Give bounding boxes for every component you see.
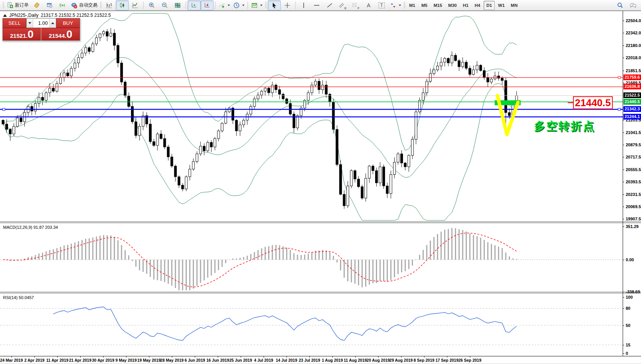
one-click-trade-panel: SELL 1.00 BUY 21521.0 21544.0 [2,18,80,41]
date-tick [378,356,379,358]
autotrade-button[interactable]: 自动交易 [69,0,99,10]
horizontal-line-button[interactable] [310,0,323,10]
signals-button[interactable] [56,0,69,10]
cn-annotation[interactable]: 多空转折点 [534,119,595,134]
macd-canvas[interactable] [0,223,623,292]
price-tick-label: 20069.5 [626,204,641,209]
date-tick [424,356,424,358]
timeframe-m30[interactable]: M30 [445,1,459,10]
buy-price[interactable]: 21544.0 [41,28,80,40]
chart-shift-button[interactable] [201,0,214,10]
indicators-button[interactable] [217,0,231,10]
templates-caret [260,5,262,6]
vertical-line-icon [300,2,307,9]
eraser-button[interactable] [30,0,43,10]
sell-button[interactable]: SELL [3,18,26,28]
crosshair-button[interactable] [281,0,294,10]
axis-tick [623,260,624,260]
candlestick-chart-button[interactable] [116,0,129,10]
timeframe-w1[interactable]: W1 [495,1,507,10]
axis-tick [623,133,624,133]
zoom-out-button[interactable] [158,0,171,10]
collapse-chart-icon[interactable] [3,14,7,17]
price-tick-label: 19907.5 [626,216,641,222]
axis-tick [623,297,624,298]
axis-tick [623,207,624,207]
price-tick-label: 20393.5 [626,179,641,184]
price-tick-label: 21041.5 [626,130,641,135]
arrows-button[interactable] [388,0,403,10]
channel-button[interactable]: E [336,0,349,10]
search-button[interactable] [613,0,626,10]
trendline-button[interactable] [323,0,336,10]
chart-window-button[interactable] [43,0,56,10]
price-axis[interactable]: 22504.022342.022180.022018.021851.521689… [623,11,641,356]
rsi-scale-label: 0 [626,351,628,356]
auto-scroll-icon [191,2,197,9]
rsi-canvas[interactable] [0,293,623,356]
date-tick [34,356,35,358]
line-chart-button[interactable] [129,0,142,10]
vertical-line-button[interactable] [297,0,310,10]
axis-tick [623,145,624,145]
text-button[interactable]: A [362,0,375,10]
axis-tick [623,71,624,71]
toolbar-grip[interactable] [265,2,267,9]
text-icon: A [367,2,370,8]
sell-price[interactable]: 21521.0 [3,28,41,40]
timeframe-m1[interactable]: M1 [406,1,418,10]
indicators-icon [219,2,225,9]
chat-button[interactable] [626,0,639,10]
volume-increase-button[interactable] [49,19,56,28]
new-order-button[interactable]: 新订单 [5,0,30,10]
signals-icon [59,2,66,9]
date-tick [401,356,401,358]
macd-label: MACD(12,26,9) 91.87 203.34 [3,225,58,230]
mt4-application: { "toolbar": { "new_order_label": "新订单",… [0,0,641,364]
date-label: 26 Sep 2019 [455,358,484,362]
toolbar-grip[interactable] [404,2,405,9]
main-chart-canvas[interactable] [0,11,623,222]
rsi-scale-label: 80 [626,306,630,311]
timeframe-mn[interactable]: MN [508,1,520,10]
timeframe-m15[interactable]: M15 [431,1,445,10]
timeframe-d1[interactable]: D1 [484,1,495,10]
toolbar-grip[interactable] [100,2,102,9]
text-label-button[interactable]: T [375,0,388,10]
buy-button[interactable]: BUY [56,18,80,28]
timeframe-group: M1M5M15M30H1H4D1W1MN [406,1,520,10]
trendline-icon [326,2,333,9]
tile-windows-icon [174,2,181,9]
periods-icon [233,2,240,9]
volume-value[interactable]: 1.00 [33,19,49,28]
date-axis[interactable]: 24 Mar 20192 Apr 201911 Apr 201921 Apr 2… [0,356,641,364]
templates-button[interactable] [249,0,264,10]
volume-decrease-button[interactable] [27,19,33,28]
text-label-icon: T [379,2,384,8]
templates-icon [251,2,258,9]
cursor-button[interactable] [268,0,281,10]
auto-scroll-button[interactable] [188,0,201,10]
toolbar-grip[interactable] [3,2,4,9]
timeframe-h4[interactable]: H4 [472,1,483,10]
price-annotation[interactable]: 21440.5 [573,96,613,109]
zoom-in-button[interactable] [145,0,158,10]
price-tick-label: 20555.5 [626,167,641,172]
bar-chart-button[interactable] [103,0,116,10]
timeframe-m5[interactable]: M5 [419,1,430,10]
chart-window: JPN225-,Daily 21317.5 21532.5 21252.5 21… [0,11,641,364]
channel-letter: E [345,6,346,10]
timeframe-h1[interactable]: H1 [460,1,471,10]
axis-tick [623,170,624,170]
fibonacci-button[interactable]: F [349,0,362,10]
new-order-icon [7,2,13,8]
chart-title: JPN225-,Daily 21317.5 21532.5 21252.5 21… [3,13,111,18]
axis-tick [623,345,624,345]
fibonacci-letter: F [358,6,359,10]
tile-windows-button[interactable] [171,0,184,10]
eraser-icon [33,2,40,9]
arrows-icon [390,2,397,9]
date-tick [447,356,447,358]
periods-button[interactable] [231,0,246,10]
date-tick [470,356,470,358]
